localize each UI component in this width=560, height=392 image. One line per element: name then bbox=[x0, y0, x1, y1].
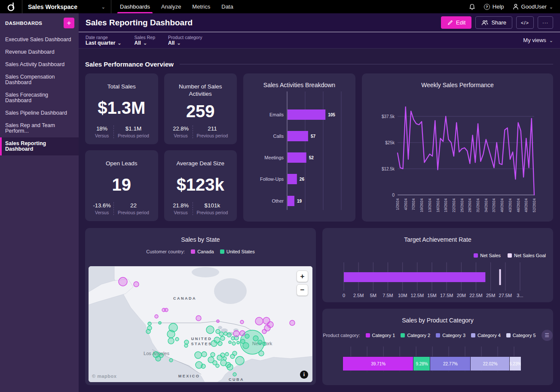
kpi-previous-value: $1.1M bbox=[114, 125, 153, 132]
x-tick-label: 3... bbox=[517, 293, 523, 298]
sidebar-item-revenue[interactable]: Revenue Dashboard bbox=[0, 46, 79, 58]
section-divider bbox=[180, 64, 553, 64]
product-category-filter[interactable]: Product category All ⌄ bbox=[168, 35, 202, 46]
tab-data[interactable]: Data bbox=[221, 0, 233, 13]
bubble-canada bbox=[262, 329, 266, 334]
legend-item-united-states[interactable]: United States bbox=[220, 249, 255, 254]
kpi-open-leads: Open Leads 19 -13.6% Versus 22 Previous … bbox=[85, 150, 158, 221]
sidebar-item-sales-rep-team[interactable]: Sales Rep and Team Perform... bbox=[0, 119, 79, 137]
bubble-united-states bbox=[159, 353, 163, 358]
kpi-previous-value: $101k bbox=[193, 202, 232, 209]
segment-category-5[interactable]: 6.23% bbox=[510, 357, 521, 371]
map-canvas: CANADAUNITEDSTATESMEXICOCUBALos AngelesN… bbox=[89, 266, 312, 382]
y-tick-label: 0 bbox=[392, 193, 395, 198]
segment-category-1[interactable]: 39.71% bbox=[343, 357, 413, 371]
sidebar-title: DASHBOARDS bbox=[5, 21, 42, 26]
bubble-united-states bbox=[233, 373, 236, 376]
map-label-mexico: MEXICO bbox=[178, 374, 200, 378]
x-tick-label: 13/2024 bbox=[428, 198, 432, 213]
my-views-dropdown[interactable]: My views ⌄ bbox=[523, 37, 553, 43]
date-range-filter[interactable]: Date range Last quarter ⌄ bbox=[86, 35, 122, 46]
more-options-button[interactable]: ··· bbox=[538, 16, 553, 29]
user-label: GoodUser bbox=[521, 3, 547, 10]
header-actions: Edit Share </> ··· bbox=[441, 16, 553, 29]
bubble-united-states bbox=[201, 364, 205, 368]
topbar-right-cluster: ? Help GoodUser ⌄ bbox=[469, 0, 560, 13]
bubble-united-states bbox=[223, 357, 226, 360]
geo-map[interactable]: CANADAUNITEDSTATESMEXICOCUBALos AngelesN… bbox=[89, 266, 312, 382]
x-tick-label: 31/2024 bbox=[476, 198, 480, 213]
tab-analyze[interactable]: Analyze bbox=[161, 0, 181, 13]
sidebar-item-sales-reporting[interactable]: Sales Reporting Dashboard bbox=[0, 137, 79, 155]
bubble-united-states bbox=[229, 341, 231, 343]
page-title: Sales Reporting Dashboard bbox=[86, 18, 193, 27]
x-tick-label: 37/2024 bbox=[492, 198, 496, 213]
bubble-united-states bbox=[218, 341, 222, 346]
x-tick-label: 25M bbox=[486, 293, 495, 298]
kpi-previous-label: Previous period bbox=[193, 133, 232, 138]
tab-dashboards[interactable]: Dashboards bbox=[120, 0, 150, 13]
kpi-versus-label: Versus bbox=[169, 210, 193, 215]
kpi-change: -13.6% bbox=[90, 202, 113, 209]
help-icon: ? bbox=[484, 4, 490, 10]
map-zoom-in-button[interactable]: + bbox=[297, 270, 308, 282]
kpi-value: $1.3M bbox=[85, 98, 158, 118]
segment-category-2[interactable]: 9.28% bbox=[413, 357, 430, 371]
sidebar-item-executive-sales[interactable]: Executive Sales Dashboard bbox=[0, 33, 79, 46]
kpi-change: 18% bbox=[90, 125, 113, 132]
sidebar-item-sales-forecasting[interactable]: Sales Forecasting Dashboard bbox=[0, 89, 79, 107]
share-people-icon bbox=[481, 20, 488, 26]
bubble-united-states bbox=[159, 322, 161, 324]
x-tick-label: 22/2024 bbox=[452, 198, 456, 213]
kpi-versus-label: Versus bbox=[169, 133, 193, 138]
segment-category-3[interactable]: 22.77% bbox=[430, 357, 471, 371]
x-tick-label: 12.5M bbox=[411, 293, 424, 298]
sales-activities-breakdown-card: Sales Activities Breakdown Emails105Call… bbox=[243, 73, 355, 222]
kpi-previous-value: 211 bbox=[193, 125, 232, 132]
bar-follow-ups bbox=[288, 174, 297, 184]
bubble-canada bbox=[233, 331, 239, 337]
segment-category-4[interactable]: 22.02% bbox=[471, 357, 510, 371]
embed-code-button[interactable]: </> bbox=[516, 16, 534, 29]
gooddata-logo[interactable] bbox=[0, 0, 22, 13]
legend-label: United States bbox=[226, 249, 255, 254]
bubble-united-states bbox=[184, 344, 188, 347]
share-button[interactable]: Share bbox=[475, 16, 512, 29]
bubble-canada bbox=[290, 320, 295, 325]
x-tick-label: 52/2024 bbox=[532, 198, 536, 213]
map-info-button[interactable]: i bbox=[300, 371, 308, 379]
x-tick-label: 5M bbox=[370, 293, 376, 298]
bar-value: 57 bbox=[311, 134, 316, 139]
chevron-down-icon: ⌄ bbox=[101, 6, 105, 8]
kpi-value: $123k bbox=[164, 175, 237, 194]
target-achievement-rate-card: Target Achievement Rate Net Sales Net Sa… bbox=[322, 228, 553, 302]
x-tick-label: 34/2024 bbox=[484, 198, 488, 213]
kpi-number-of-sales-activities: Number of Sales Activities 259 22.8% Ver… bbox=[164, 73, 237, 144]
x-tick-label: 16/2024 bbox=[436, 198, 440, 213]
help-menu[interactable]: ? Help bbox=[484, 3, 504, 10]
notifications-button[interactable] bbox=[469, 3, 475, 10]
kpi-value: 259 bbox=[164, 102, 237, 121]
bell-icon bbox=[469, 3, 475, 10]
map-zoom-out-button[interactable]: − bbox=[297, 284, 308, 296]
mapbox-attribution[interactable]: © mapbox bbox=[92, 374, 116, 379]
sidebar-item-sales-pipeline[interactable]: Sales Pipeline Dashboard bbox=[0, 107, 79, 119]
bar-value: 52 bbox=[309, 155, 314, 160]
workspace-switcher[interactable]: Sales Workspace ⌄ bbox=[22, 0, 111, 13]
add-dashboard-button[interactable]: + bbox=[64, 18, 74, 28]
nav-tabs: Dashboards Analyze Metrics Data bbox=[120, 0, 233, 13]
segment-label: 22.02% bbox=[483, 362, 498, 366]
x-tick-label: 43/2024 bbox=[508, 198, 512, 213]
sales-rep-filter[interactable]: Sales Rep All ⌄ bbox=[135, 35, 155, 46]
edit-button[interactable]: Edit bbox=[441, 16, 471, 29]
sidebar-item-sales-compensation[interactable]: Sales Compensation Dashboard bbox=[0, 71, 79, 89]
user-menu[interactable]: GoodUser ⌄ bbox=[513, 3, 553, 10]
x-tick-label: 49/2024 bbox=[524, 198, 528, 213]
bubble-united-states bbox=[236, 356, 244, 365]
tab-metrics[interactable]: Metrics bbox=[192, 0, 210, 13]
workspace-name: Sales Workspace bbox=[28, 3, 77, 10]
legend-item-canada[interactable]: Canada bbox=[191, 249, 214, 254]
sidebar-item-sales-activity[interactable]: Sales Activity Dashboard bbox=[0, 58, 79, 71]
kpi-previous-label: Previous period bbox=[114, 133, 153, 138]
filter-bar: Date range Last quarter ⌄ Sales Rep All … bbox=[79, 32, 560, 49]
